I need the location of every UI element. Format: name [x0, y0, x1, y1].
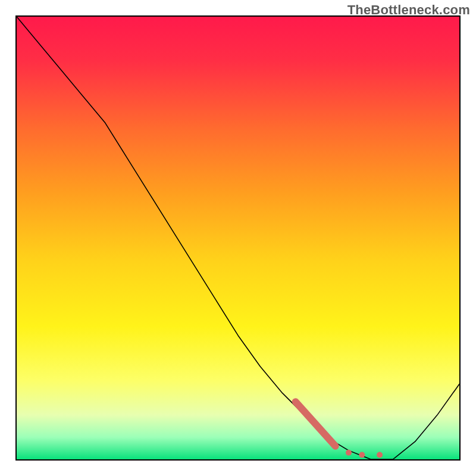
plot-area: [15, 15, 461, 461]
gradient-background: [17, 17, 459, 459]
highlight-dot: [377, 452, 383, 458]
chart-stage: TheBottleneck.com: [0, 0, 476, 476]
plot-svg: [17, 17, 459, 459]
watermark-text: TheBottleneck.com: [347, 2, 470, 18]
highlight-dot: [346, 450, 352, 456]
highlight-dot: [359, 452, 365, 458]
